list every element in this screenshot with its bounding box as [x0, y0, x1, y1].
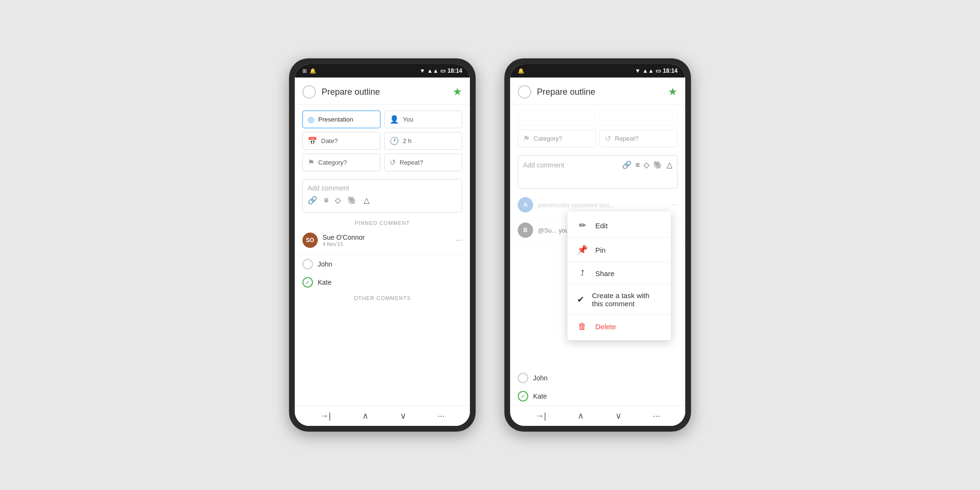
comment-item: SO Sue O'Connor 4 Nov'15 ···	[295, 228, 470, 255]
menu-edit[interactable]: ✏ Edit	[568, 213, 671, 237]
nav-forward-icon-2[interactable]: →|	[535, 411, 546, 421]
assignee-field[interactable]: 👤 You	[384, 111, 462, 128]
create-task-icon: ✔	[577, 294, 584, 305]
menu-delete[interactable]: 🗑 Delete	[568, 315, 671, 338]
repeat-field-placeholder-2[interactable]	[600, 111, 678, 126]
date-value: Date?	[321, 137, 338, 145]
category-field-label-2[interactable]: ⚑ Category?	[518, 130, 596, 147]
repeat-value-2: Repeat?	[615, 135, 638, 142]
task-header: Prepare outline ★	[295, 78, 470, 105]
calendar-icon: 📅	[308, 136, 317, 145]
notification-icon: 🔔	[310, 68, 316, 74]
category-field[interactable]: ⚑ Category?	[302, 154, 380, 171]
menu-share-label: Share	[595, 269, 614, 278]
assignee-checkbox-kate[interactable]: ✓	[302, 277, 313, 288]
list-icon[interactable]: ≡	[324, 196, 328, 205]
app-content-2: Prepare outline ★ ⚑ Category? ↺ Repeat?	[510, 78, 685, 405]
drive-icon[interactable]: △	[364, 196, 369, 205]
list-value: Presentation	[318, 116, 353, 123]
comment-placeholder-2: Add comment	[523, 161, 618, 169]
pin-icon: 📌	[577, 245, 588, 255]
avatar: SO	[302, 233, 318, 248]
more-options-btn[interactable]: ···	[456, 236, 462, 245]
task-checkbox[interactable]	[302, 85, 316, 99]
signal-icon-2: ▲▲	[643, 67, 654, 74]
task-title: Prepare outline	[322, 87, 447, 97]
evernote-icon[interactable]: 🐘	[347, 196, 357, 205]
commenter-name: Sue O'Connor	[323, 234, 451, 241]
flag-icon: ⚑	[308, 158, 314, 167]
dropbox-icon-2[interactable]: ◇	[644, 160, 649, 169]
assignee-value: You	[403, 116, 413, 123]
assignee-name-kate: Kate	[318, 278, 332, 286]
menu-create-task[interactable]: ✔ Create a task with this comment	[568, 285, 671, 314]
status-left-2: 🔔	[518, 68, 524, 74]
nav-down-icon[interactable]: ∨	[400, 411, 406, 421]
star-icon[interactable]: ★	[453, 86, 462, 98]
list-icon-2[interactable]: ≡	[635, 161, 640, 169]
app-content-1: Prepare outline ★ ◎ Presentation 👤 You 📅…	[295, 78, 470, 405]
phone-1: ⊞ 🔔 ▼ ▲▲ ▭ 18:14 Prepare outline ★ ◎	[289, 58, 476, 432]
comment-header: SO Sue O'Connor 4 Nov'15 ···	[302, 233, 462, 248]
phone-2: 🔔 ▼ ▲▲ ▭ 18:14 Prepare outline ★	[504, 58, 691, 432]
assignee-name-john-2: John	[533, 374, 547, 382]
menu-delete-label: Delete	[595, 323, 616, 331]
star-icon-2[interactable]: ★	[668, 86, 678, 98]
menu-edit-label: Edit	[595, 222, 608, 230]
task-checkbox-2[interactable]	[518, 85, 531, 99]
evernote-icon-2[interactable]: 🐘	[653, 160, 663, 169]
menu-create-task-label: Create a task with this comment	[592, 291, 661, 308]
nav-up-icon-2[interactable]: ∧	[578, 411, 584, 421]
status-right-icons: ▼ ▲▲ ▭ 18:14	[420, 67, 462, 74]
assignee-checkbox-john-2[interactable]	[518, 373, 528, 383]
menu-share[interactable]: ⤴ Share	[568, 262, 671, 284]
comment-area-2[interactable]: Add comment 🔗 ≡ ◇ 🐘 △	[518, 155, 678, 189]
menu-pin[interactable]: 📌 Pin	[568, 238, 671, 262]
share-icon: ⤴	[577, 269, 588, 278]
nav-up-icon[interactable]: ∧	[362, 411, 368, 421]
comment-toolbar: 🔗 ≡ ◇ 🐘 △	[308, 196, 457, 205]
drive-icon-2[interactable]: △	[667, 160, 672, 169]
repeat-value: Repeat?	[400, 159, 423, 166]
clock-icon: 🕐	[390, 136, 399, 145]
battery-icon-2: ▭	[656, 67, 661, 74]
list-field[interactable]: ◎ Presentation	[302, 111, 380, 128]
status-right-2: ▼ ▲▲ ▭ 18:14	[635, 67, 678, 74]
avatar-3: B	[518, 223, 533, 238]
comment-date: 4 Nov'15	[323, 241, 451, 247]
comment-area[interactable]: Add comment 🔗 ≡ ◇ 🐘 △	[302, 179, 462, 212]
wifi-icon: ▼	[420, 67, 425, 74]
duration-field[interactable]: 🕐 2 h	[384, 132, 462, 150]
more-options-btn-2[interactable]: ···	[671, 200, 678, 209]
task-header-2: Prepare outline ★	[510, 78, 685, 105]
repeat-field-2[interactable]: ↺ Repeat?	[600, 130, 678, 147]
dropbox-icon[interactable]: ◇	[335, 196, 341, 205]
repeat-icon-2: ↺	[605, 134, 611, 143]
task-title-2: Prepare outline	[537, 87, 662, 97]
nav-down-icon-2[interactable]: ∨	[615, 411, 622, 421]
date-field[interactable]: 📅 Date?	[302, 132, 380, 150]
edit-icon: ✏	[577, 220, 588, 231]
nav-more-icon[interactable]: ···	[437, 411, 445, 421]
assignee-checkbox-john[interactable]	[302, 259, 313, 269]
attachment-icon-2[interactable]: 🔗	[622, 160, 632, 169]
duration-value: 2 h	[403, 137, 412, 145]
flag-icon-2: ⚑	[523, 134, 530, 143]
category-value-2: Category?	[534, 135, 562, 142]
nav-more-icon-2[interactable]: ···	[653, 411, 660, 421]
comment-placeholder: Add comment	[308, 184, 457, 192]
repeat-field[interactable]: ↺ Repeat?	[384, 154, 462, 171]
attachment-icon[interactable]: 🔗	[308, 196, 317, 205]
category-value: Category?	[318, 159, 347, 166]
avatar-2: A	[518, 197, 533, 212]
nav-forward-icon[interactable]: →|	[320, 411, 331, 421]
time: 18:14	[447, 67, 462, 74]
assignee-row-kate: ✓ Kate	[295, 273, 470, 291]
menu-pin-label: Pin	[595, 246, 606, 254]
list-icon: ◎	[308, 115, 314, 124]
other-section-label: OTHER COMMENTS	[295, 291, 470, 303]
assignee-name-kate-2: Kate	[533, 392, 547, 400]
context-menu: ✏ Edit 📌 Pin ⤴ Share ✔ Create a task wit…	[568, 212, 671, 340]
category-field-2[interactable]	[518, 111, 596, 126]
assignee-checkbox-kate-2[interactable]: ✓	[518, 391, 528, 401]
